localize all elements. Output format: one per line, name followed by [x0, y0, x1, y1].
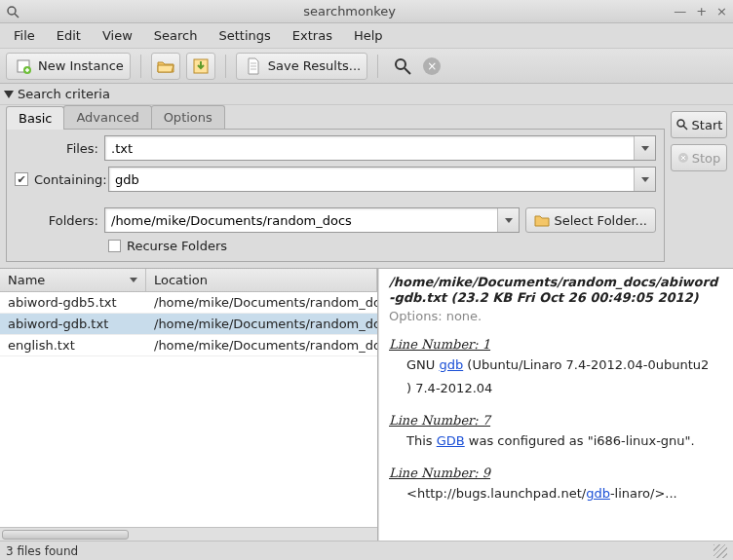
toolbar-separator-2 [225, 55, 226, 78]
save-icon [192, 57, 210, 75]
document-icon [243, 56, 264, 77]
chevron-down-icon [505, 218, 513, 223]
cell-location: /home/mike/Documents/random_do [146, 317, 377, 331]
toolbar-separator [140, 55, 141, 78]
line-label-7: Line Number: 7 [389, 413, 723, 428]
files-combo [104, 135, 656, 161]
search-criteria-title: Search criteria [18, 87, 110, 101]
containing-dropdown[interactable] [634, 168, 655, 191]
column-location[interactable]: Location [146, 269, 377, 291]
svg-line-1 [15, 14, 19, 18]
results-list: Name Location abiword-gdb5.txt /home/mik… [0, 269, 378, 541]
preview-file-path: /home/mike/Documents/random_docs/abiword… [389, 275, 723, 307]
svg-line-8 [683, 126, 687, 130]
minimize-button[interactable]: — [674, 4, 686, 19]
maximize-button[interactable]: + [696, 4, 707, 19]
menu-extras[interactable]: Extras [283, 24, 342, 47]
menu-view[interactable]: View [93, 24, 142, 47]
new-instance-button[interactable]: New Instance [6, 53, 131, 80]
collapse-icon [4, 91, 14, 98]
folders-label: Folders: [15, 213, 98, 228]
start-label: Start [692, 118, 723, 132]
files-label: Files: [15, 141, 98, 156]
action-buttons: Start Stop [671, 105, 733, 268]
match-highlight: gdb [439, 357, 463, 372]
tab-basic[interactable]: Basic [6, 106, 64, 130]
files-dropdown[interactable] [634, 136, 655, 160]
column-name[interactable]: Name [0, 269, 146, 291]
folders-input[interactable] [105, 208, 497, 232]
cell-name: abiword-gdb5.txt [0, 295, 146, 310]
folder-icon [534, 213, 550, 227]
resize-grip[interactable] [714, 544, 727, 558]
table-row[interactable]: english.txt /home/mike/Documents/random_… [0, 335, 377, 356]
containing-input[interactable] [109, 168, 634, 191]
stop-icon [677, 152, 689, 164]
column-name-label: Name [8, 273, 45, 287]
toolbar-separator-3 [377, 55, 378, 78]
table-row[interactable]: abiword-gdb.txt /home/mike/Documents/ran… [0, 314, 377, 335]
menu-edit[interactable]: Edit [47, 24, 91, 47]
tab-options[interactable]: Options [151, 105, 225, 129]
search-icon [393, 56, 412, 76]
table-row[interactable]: abiword-gdb5.txt /home/mike/Documents/ra… [0, 292, 377, 314]
select-folder-button[interactable]: Select Folder... [525, 207, 656, 233]
preview-path-2: -gdb.txt (23.2 KB Fri Oct 26 00:49:05 20… [389, 290, 699, 305]
menu-bar: File Edit View Search Settings Extras He… [0, 23, 733, 49]
containing-label: Containing: [34, 172, 102, 187]
line-label-1: Line Number: 1 [389, 337, 723, 352]
search-icon-button[interactable] [388, 53, 417, 80]
menu-help[interactable]: Help [344, 24, 393, 47]
scrollbar-thumb[interactable] [2, 530, 129, 540]
folders-combo [104, 207, 520, 233]
close-button[interactable]: × [716, 4, 727, 19]
save-results-label: Save Results... [268, 58, 361, 73]
close-icon: × [423, 57, 441, 75]
snippet-7: This GDB was configured as "i686-linux-g… [406, 431, 723, 452]
criteria-tabs: Basic Advanced Options [6, 105, 665, 130]
folder-open-icon [156, 57, 175, 75]
toolbar: New Instance Save Results... × [0, 49, 733, 84]
recurse-checkbox[interactable] [108, 240, 121, 252]
svg-point-0 [8, 7, 16, 15]
line-label-9: Line Number: 9 [389, 466, 723, 480]
menu-file[interactable]: File [4, 24, 45, 47]
result-rows: abiword-gdb5.txt /home/mike/Documents/ra… [0, 292, 377, 527]
chevron-down-icon [641, 177, 649, 182]
folders-dropdown[interactable] [497, 208, 519, 232]
title-bar: searchmonkey — + × [0, 0, 733, 23]
match-highlight: gdb [586, 486, 610, 501]
svg-point-5 [396, 59, 405, 69]
menu-settings[interactable]: Settings [209, 24, 280, 47]
files-input[interactable] [105, 136, 634, 160]
match-highlight: GDB [437, 433, 465, 448]
tab-advanced[interactable]: Advanced [63, 105, 151, 129]
preview-pane: /home/mike/Documents/random_docs/abiword… [378, 269, 733, 541]
open-button[interactable] [151, 53, 180, 80]
horizontal-scrollbar[interactable] [0, 527, 377, 541]
select-folder-label: Select Folder... [554, 213, 647, 228]
sort-indicator-icon [130, 278, 137, 282]
containing-checkbox[interactable]: ✔ [15, 172, 28, 186]
app-icon [6, 5, 19, 19]
svg-point-7 [677, 120, 684, 127]
clear-button[interactable]: × [423, 57, 441, 75]
status-text: 3 files found [6, 544, 78, 558]
start-button[interactable]: Start [671, 111, 727, 138]
save-results-button[interactable]: Save Results... [236, 53, 367, 80]
search-icon [675, 118, 689, 131]
stop-button[interactable]: Stop [671, 144, 727, 171]
cell-location: /home/mike/Documents/random_do [146, 338, 377, 353]
search-criteria-header[interactable]: Search criteria [0, 84, 733, 105]
column-location-label: Location [154, 273, 208, 287]
save-button[interactable] [186, 53, 215, 80]
new-instance-icon [13, 56, 34, 77]
svg-line-6 [405, 68, 410, 74]
menu-search[interactable]: Search [144, 24, 208, 47]
cell-name: abiword-gdb.txt [0, 317, 146, 331]
column-headers: Name Location [0, 269, 377, 292]
snippet-9: <http://bugs.launchpad.net/gdb-linaro/>.… [406, 484, 723, 504]
recurse-label: Recurse Folders [127, 239, 227, 253]
basic-form: Files: ✔ Containing: Folders: [6, 130, 665, 262]
window-title: searchmonkey [25, 4, 674, 19]
